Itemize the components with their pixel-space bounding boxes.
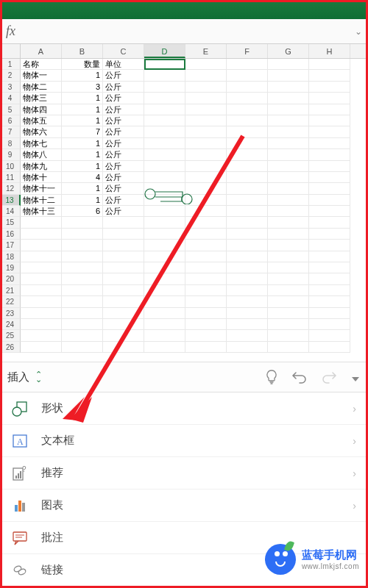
ribbon-dropdown-label[interactable]: 插入: [7, 370, 29, 384]
cell[interactable]: [309, 161, 350, 172]
cell[interactable]: [309, 285, 350, 296]
cell[interactable]: [144, 319, 185, 330]
lightbulb-icon[interactable]: [265, 370, 278, 384]
cell[interactable]: [227, 262, 268, 273]
cell[interactable]: [227, 161, 268, 172]
column-header-D[interactable]: D: [144, 44, 185, 58]
cell[interactable]: 1: [62, 161, 103, 172]
cell[interactable]: 物体十三: [21, 206, 62, 217]
row-header[interactable]: 22: [0, 296, 21, 307]
cell[interactable]: [309, 262, 350, 273]
table-row[interactable]: 24: [0, 319, 368, 330]
cell[interactable]: [103, 217, 144, 228]
cell[interactable]: [309, 342, 350, 353]
table-row[interactable]: 15: [0, 217, 368, 228]
cell[interactable]: [309, 138, 350, 149]
table-row[interactable]: 21: [0, 285, 368, 296]
column-header-F[interactable]: F: [227, 44, 268, 58]
cell[interactable]: [227, 342, 268, 353]
cell[interactable]: [227, 229, 268, 240]
row-header[interactable]: 25: [0, 330, 21, 341]
row-header[interactable]: 13: [0, 195, 21, 206]
cell[interactable]: [268, 285, 309, 296]
cell[interactable]: [309, 172, 350, 183]
cell[interactable]: [21, 308, 62, 319]
cell[interactable]: [62, 296, 103, 307]
row-header[interactable]: 23: [0, 308, 21, 319]
cell[interactable]: [62, 240, 103, 251]
cell[interactable]: [21, 285, 62, 296]
cell[interactable]: [144, 115, 185, 126]
cell[interactable]: [185, 115, 227, 126]
cell[interactable]: [185, 342, 227, 353]
cell[interactable]: [185, 296, 227, 307]
cell[interactable]: [227, 183, 268, 194]
cell[interactable]: [268, 183, 309, 194]
cell[interactable]: [268, 296, 309, 307]
cell[interactable]: [103, 251, 144, 262]
cell[interactable]: [227, 308, 268, 319]
cell[interactable]: [309, 104, 350, 115]
column-header-C[interactable]: C: [103, 44, 144, 58]
cell[interactable]: [144, 172, 185, 183]
cell[interactable]: [185, 149, 227, 160]
cell[interactable]: 1: [62, 93, 103, 104]
cell[interactable]: [309, 183, 350, 194]
cell[interactable]: [21, 330, 62, 341]
redo-icon[interactable]: [321, 370, 337, 384]
cell[interactable]: 4: [62, 172, 103, 183]
cell[interactable]: [103, 342, 144, 353]
cell[interactable]: [268, 206, 309, 217]
cell[interactable]: 物体二: [21, 82, 62, 93]
cell[interactable]: 1: [62, 138, 103, 149]
column-header-G[interactable]: G: [268, 44, 309, 58]
cell[interactable]: [62, 229, 103, 240]
cell[interactable]: 公斤: [103, 183, 144, 194]
cell[interactable]: [309, 217, 350, 228]
cell[interactable]: [268, 262, 309, 273]
cell[interactable]: 1: [62, 70, 103, 81]
cell[interactable]: 公斤: [103, 104, 144, 115]
cell[interactable]: [227, 206, 268, 217]
cell[interactable]: [103, 273, 144, 284]
cell[interactable]: [268, 172, 309, 183]
column-header-A[interactable]: A: [21, 44, 62, 58]
row-header[interactable]: 1: [0, 59, 21, 70]
cell[interactable]: [227, 285, 268, 296]
cell[interactable]: [185, 285, 227, 296]
cell[interactable]: [268, 229, 309, 240]
cell[interactable]: [268, 251, 309, 262]
cell[interactable]: [268, 126, 309, 137]
cell[interactable]: [268, 273, 309, 284]
cell[interactable]: [144, 251, 185, 262]
cell[interactable]: 物体九: [21, 161, 62, 172]
cell[interactable]: [268, 149, 309, 160]
cell[interactable]: [185, 240, 227, 251]
cell[interactable]: [185, 330, 227, 341]
cell[interactable]: [185, 206, 227, 217]
table-row[interactable]: 3物体二3公斤: [0, 82, 368, 93]
cell[interactable]: [103, 240, 144, 251]
cell[interactable]: 物体十: [21, 172, 62, 183]
table-row[interactable]: 13物体十二1公斤: [0, 195, 368, 206]
cell[interactable]: 物体四: [21, 104, 62, 115]
cell[interactable]: [185, 93, 227, 104]
cell[interactable]: 1: [62, 104, 103, 115]
cell[interactable]: [21, 296, 62, 307]
row-header[interactable]: 26: [0, 342, 21, 353]
row-header[interactable]: 8: [0, 138, 21, 149]
column-header-B[interactable]: B: [62, 44, 103, 58]
cell[interactable]: [144, 149, 185, 160]
cell[interactable]: [103, 308, 144, 319]
cell[interactable]: 公斤: [103, 70, 144, 81]
cell[interactable]: [185, 262, 227, 273]
cell[interactable]: [62, 262, 103, 273]
table-row[interactable]: 23: [0, 308, 368, 319]
cell[interactable]: [144, 285, 185, 296]
cell[interactable]: [144, 82, 185, 93]
cell[interactable]: [144, 296, 185, 307]
cell[interactable]: [62, 342, 103, 353]
cell[interactable]: [103, 262, 144, 273]
row-header[interactable]: 17: [0, 240, 21, 251]
row-header[interactable]: 4: [0, 93, 21, 104]
